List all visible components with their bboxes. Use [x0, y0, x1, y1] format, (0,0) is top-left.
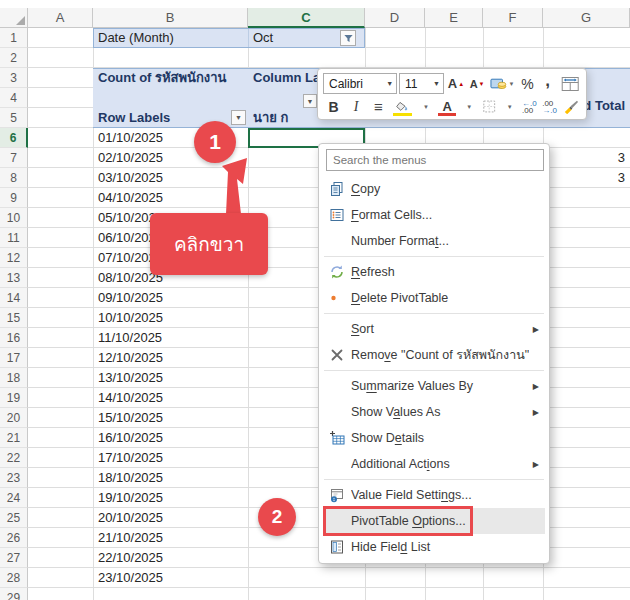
shrink-font-button[interactable]: A▼ — [468, 73, 486, 94]
row-header-24[interactable]: 24 — [0, 488, 28, 508]
font-size-combobox[interactable]: 11 ▼ — [399, 73, 444, 94]
row-header-20[interactable]: 20 — [0, 408, 28, 428]
borders-dropdown[interactable]: ▼ — [500, 96, 518, 117]
menu-item[interactable]: Show Details — [323, 425, 545, 451]
menu-item[interactable]: Sort▶ — [323, 316, 545, 342]
row-header-21[interactable]: 21 — [0, 428, 28, 448]
date-cell[interactable]: 15/10/2025 — [98, 408, 163, 428]
row-header-12[interactable]: 12 — [0, 248, 28, 268]
date-cell[interactable]: 13/10/2025 — [98, 368, 163, 388]
menu-item[interactable]: Delete PivotTable — [323, 285, 545, 311]
menu-item[interactable]: Hide Field List — [323, 534, 545, 560]
row-header-5[interactable]: 5 — [0, 108, 28, 128]
row-header-16[interactable]: 16 — [0, 328, 28, 348]
row-header-4[interactable]: 4 — [0, 88, 28, 108]
menu-item[interactable]: Format Cells... — [323, 202, 545, 228]
column-header-g[interactable]: G — [543, 8, 630, 28]
column-header-b[interactable]: B — [93, 8, 248, 28]
autofit-column-width-button[interactable] — [559, 73, 581, 94]
row-header-27[interactable]: 27 — [0, 548, 28, 568]
increase-decimal-button[interactable]: ←.0.00 — [520, 96, 538, 117]
number-format-gallery-button[interactable]: ▼ — [488, 73, 516, 94]
cell-b1-filter-field[interactable]: Date (Month) — [98, 28, 174, 48]
row-header-25[interactable]: 25 — [0, 508, 28, 528]
date-cell[interactable]: 19/10/2025 — [98, 488, 163, 508]
column-header-f[interactable]: F — [483, 8, 543, 28]
italic-button[interactable]: I — [346, 96, 365, 117]
row-header-22[interactable]: 22 — [0, 448, 28, 468]
cell-c1-filter-value[interactable]: Oct — [253, 28, 273, 48]
row-header-1[interactable]: 1 — [0, 28, 28, 48]
column-labels-dropdown-button[interactable]: ▼ — [303, 94, 317, 108]
grand-total-value-cell[interactable]: 3 — [543, 148, 625, 168]
font-name-combobox[interactable]: Calibri ▼ — [323, 73, 397, 94]
date-cell[interactable]: 11/10/2025 — [98, 328, 162, 348]
search-input[interactable] — [326, 149, 544, 171]
menu-item[interactable]: Copy — [323, 176, 545, 202]
date-cell[interactable]: 03/10/2025 — [98, 168, 163, 188]
menu-item[interactable]: Value Field Settings... — [323, 482, 545, 508]
fill-color-button[interactable] — [391, 96, 414, 117]
date-cell[interactable]: 18/10/2025 — [98, 468, 163, 488]
date-cell[interactable]: 20/10/2025 — [98, 508, 163, 528]
row-header-7[interactable]: 7 — [0, 148, 28, 168]
menu-item[interactable]: Number Format... — [323, 228, 545, 254]
menu-item[interactable]: Remove "Count of รหัสพนักงาน" — [323, 342, 545, 368]
row-header-18[interactable]: 18 — [0, 368, 28, 388]
cell-c5-column-item[interactable]: นาย ก — [253, 108, 288, 128]
row-header-8[interactable]: 8 — [0, 168, 28, 188]
select-all-button[interactable] — [0, 8, 28, 28]
row-header-9[interactable]: 9 — [0, 188, 28, 208]
align-button[interactable]: ≡ — [368, 96, 389, 117]
column-header-e[interactable]: E — [425, 8, 483, 28]
menu-item[interactable]: Show Values As▶ — [323, 399, 545, 425]
date-cell[interactable]: 23/10/2025 — [98, 568, 163, 588]
row-header-28[interactable]: 28 — [0, 568, 28, 588]
menu-item[interactable]: Additional Actions▶ — [323, 451, 545, 477]
cell-b5-row-labels[interactable]: Row Labels — [98, 108, 170, 128]
font-color-dropdown[interactable]: ▼ — [460, 96, 478, 117]
column-header-d[interactable]: D — [365, 8, 425, 28]
date-cell[interactable]: 14/10/2025 — [98, 388, 163, 408]
row-header-11[interactable]: 11 — [0, 228, 28, 248]
row-header-29[interactable]: 29 — [0, 588, 28, 600]
row-header-19[interactable]: 19 — [0, 388, 28, 408]
row-header-2[interactable]: 2 — [0, 48, 28, 68]
date-cell[interactable]: 16/10/2025 — [98, 428, 163, 448]
row-header-23[interactable]: 23 — [0, 468, 28, 488]
menu-item[interactable]: PivotTable Options... — [323, 508, 545, 534]
format-painter-button[interactable] — [561, 96, 581, 117]
decrease-decimal-button[interactable]: .00→.0 — [540, 96, 558, 117]
row-header-13[interactable]: 13 — [0, 268, 28, 288]
grow-font-button[interactable]: A▲ — [446, 73, 466, 94]
percent-style-button[interactable]: % — [519, 73, 537, 94]
bold-button[interactable]: B — [323, 96, 344, 117]
date-cell[interactable]: 22/10/2025 — [98, 548, 163, 568]
column-header-c[interactable]: C — [248, 8, 365, 28]
column-header-a[interactable]: A — [28, 8, 93, 28]
fill-color-dropdown[interactable]: ▼ — [416, 96, 434, 117]
date-cell[interactable]: 10/10/2025 — [98, 308, 163, 328]
row-header-15[interactable]: 15 — [0, 308, 28, 328]
menu-item[interactable]: Refresh — [323, 259, 545, 285]
date-cell[interactable]: 04/10/2025 — [98, 188, 163, 208]
date-cell[interactable]: 09/10/2025 — [98, 288, 163, 308]
date-cell[interactable]: 02/10/2025 — [98, 148, 163, 168]
row-header-10[interactable]: 10 — [0, 208, 28, 228]
date-cell[interactable]: 21/10/2025 — [98, 528, 163, 548]
cell-b3-count-label[interactable]: Count of รหัสพนักงาน — [98, 68, 226, 88]
date-cell[interactable]: 01/10/2025 — [98, 128, 163, 148]
comma-style-button[interactable]: , — [539, 73, 557, 94]
row-header-3[interactable]: 3 — [0, 68, 28, 88]
date-cell[interactable]: 17/10/2025 — [98, 448, 163, 468]
row-header-26[interactable]: 26 — [0, 528, 28, 548]
date-cell[interactable]: 12/10/2025 — [98, 348, 163, 368]
filter-applied-button[interactable] — [340, 30, 356, 46]
row-header-6[interactable]: 6 — [0, 128, 28, 148]
row-labels-dropdown-button[interactable]: ▼ — [231, 110, 246, 125]
row-header-17[interactable]: 17 — [0, 348, 28, 368]
grand-total-value-cell[interactable]: 3 — [543, 168, 625, 188]
font-color-button[interactable]: A — [436, 96, 457, 117]
row-header-14[interactable]: 14 — [0, 288, 28, 308]
borders-button[interactable] — [480, 96, 498, 117]
